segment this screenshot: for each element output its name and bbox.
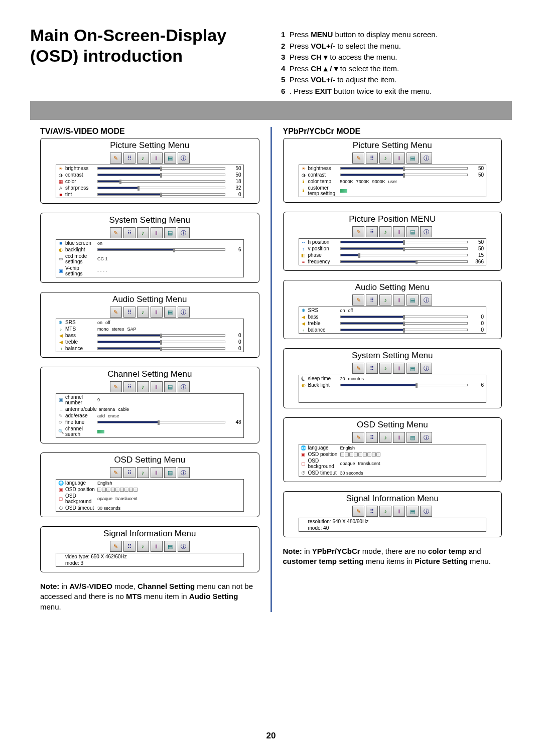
row-icon: ⏱ [301,471,306,476]
row-value: 50 [227,172,241,178]
instructions-list: 1 Press MENU button to display menu scre… [281,25,522,97]
osd-body: ☀brightness50◑contrast50🌡color temp5000K… [299,165,487,197]
row-icon: ⟂ [58,407,63,412]
row-options: CC 1 [97,256,241,261]
osd-setting-row: ▢OSD backgroundopaquetranslucent [56,493,243,505]
panel-title: Signal Information Menu [289,494,497,504]
osd-tab-icon: ♪ [379,506,391,517]
osd-tab-icon: ⠿ [366,294,378,306]
osd-position-grid [97,488,138,492]
row-icon: 🌡 [301,188,306,193]
slider-track [340,329,468,331]
osd-setting-row: ▢OSD backgroundopaquetranslucent [299,458,486,470]
osd-tab-icons: ✎⠿♪⦀▤ⓘ [289,432,497,443]
row-icon: ■ [58,241,63,246]
row-icon [58,554,63,559]
mode-heading: TV/AV/S-VIDEO MODE [40,127,259,136]
osd-tab-icon: ⓘ [178,307,190,318]
row-label: ccd mode settings [65,253,95,264]
row-icon: 🌐 [301,445,306,450]
row-value: 6 [470,382,484,388]
osd-tab-icon: ⓘ [420,506,432,517]
osd-tab-icon: ⦀ [393,226,405,237]
osd-tab-icon: ♪ [137,153,149,164]
osd-tab-icon: ▤ [164,307,176,318]
row-options: 30 seconds [97,506,241,511]
row-options: English [97,481,241,486]
osd-setting-row: ☀brightness50 [56,165,243,172]
osd-panel: OSD Setting Menu✎⠿♪⦀▤ⓘ🌐languageEnglish▣O… [283,417,502,482]
osd-tab-icon: ⠿ [123,227,136,238]
page-number: 20 [266,731,276,741]
osd-tab-icon: ✎ [110,307,122,318]
row-label: OSD background [308,458,338,469]
instruction-line: 1 Press MENU button to display menu scre… [281,29,522,41]
osd-setting-row: ◧phase15 [299,252,486,258]
slider-track [340,260,468,263]
osd-setting-row: 🔍channel search [56,425,243,437]
slider-track [97,174,225,176]
row-icon: ◐ [301,383,306,388]
osd-tab-icon: ▤ [406,506,419,517]
row-label: video type: 650 X 462/60Hz [65,554,241,559]
instruction-line: 4 Press CH ▴ / ▾ to select the item. [281,63,522,75]
row-value: 32 [227,185,241,191]
row-icon: ▢ [301,461,306,466]
row-options: monostereoSAP [97,327,241,332]
osd-body: video type: 650 X 462/60Hzmode: 3 [56,553,244,567]
osd-panel: Signal Information Menu✎⠿♪⦀▤ⓘresolution:… [283,491,502,537]
osd-tab-icon: ▤ [164,381,176,392]
osd-setting-row: ◀treble0 [299,320,486,327]
row-icon: ⏾ [301,376,306,381]
row-value: 0 [227,333,241,338]
row-icon: ◀ [58,333,63,338]
row-label: backlight [65,247,95,252]
row-icon [58,561,63,566]
row-options: adderase [97,413,241,418]
row-label: color temp [308,179,338,184]
row-options: 20minutes [340,376,484,381]
row-label: MTS [65,326,95,332]
osd-tab-icon: ✎ [352,294,364,306]
osd-tab-icon: ⠿ [366,226,378,237]
row-label: balance [308,327,338,333]
slider-track [97,193,225,196]
row-icon: ⏱ [58,506,63,511]
row-icon: ⟳ [58,420,63,425]
row-options: on [97,241,241,246]
osd-tab-icon: ▤ [164,227,176,238]
row-value: 6 [227,247,241,252]
row-label: OSD position [65,487,95,492]
osd-setting-row: ▦color18 [56,178,243,185]
osd-setting-row: ■tint0 [56,191,243,198]
row-icon: ⫞ [58,346,63,351]
slider-track [340,241,468,243]
osd-panel: Picture Position MENU✎⠿♪⦀▤ⓘ↔h position50… [283,212,502,271]
osd-tab-icon: ▤ [406,363,419,374]
osd-panel: Signal Information Menu✎⠿♪⦀▤ⓘvideo type:… [40,526,259,572]
osd-tab-icon: ⠿ [123,541,136,552]
osd-tab-icon: ✎ [352,363,364,374]
osd-setting-row: ▣OSD position [299,451,486,458]
mode-heading: YPbPr/YCbCr MODE [283,127,502,136]
osd-tab-icon: ⦀ [393,506,405,517]
row-value: 48 [227,419,241,425]
osd-setting-row: ◐Back light6 [299,382,486,388]
row-icon: ▣ [58,268,63,273]
row-options: onoff [97,320,241,325]
row-icon: ☀ [301,166,306,171]
osd-tab-icon: ⓘ [178,467,190,478]
osd-body: 🌐languageEnglish▣OSD position▢OSD backgr… [56,479,244,512]
row-icon: ■ [58,192,63,197]
row-label: resolution: 640 X 480/60Hz [308,519,484,524]
osd-tab-icon: ▤ [406,432,419,443]
osd-setting-row: ▣V-chip settings- - - - [56,265,243,277]
osd-setting-row: ◀treble0 [56,339,243,345]
row-icon: ≡ [301,259,306,264]
osd-body: ■blue screenon◐backlight6▭ccd mode setti… [56,239,244,277]
slider-track [97,248,225,251]
osd-tab-icons: ✎⠿♪⦀▤ⓘ [289,226,497,237]
slider-track [340,174,468,176]
osd-tab-icon: ♪ [137,541,149,552]
osd-tab-icons: ✎⠿♪⦀▤ⓘ [289,294,497,306]
